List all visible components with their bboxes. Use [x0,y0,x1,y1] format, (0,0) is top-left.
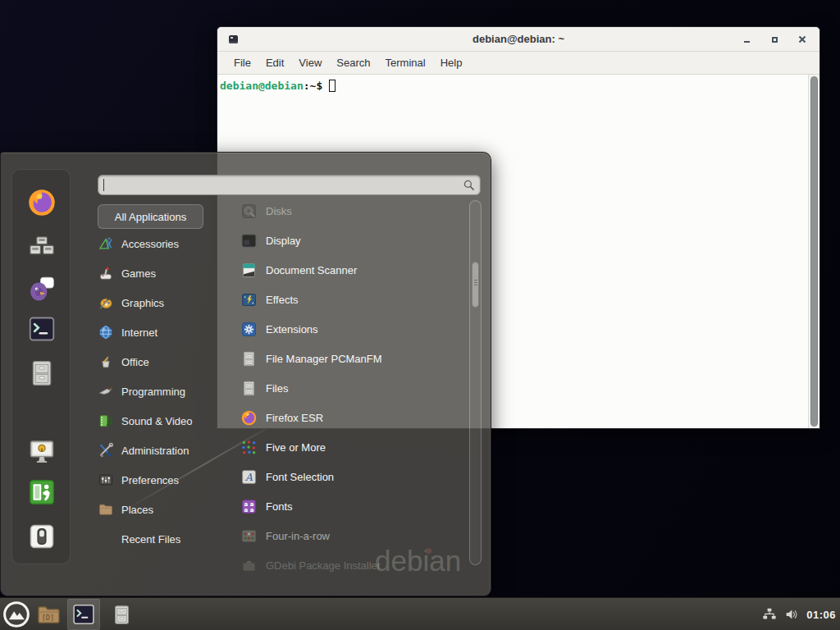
favorite-file-manager[interactable] [27,358,57,388]
category-recent-files[interactable]: Recent Files [98,528,229,550]
favorite-logout[interactable] [27,477,57,507]
application-menu: All Applications Accessories Games Graph… [0,152,491,596]
category-administration[interactable]: Administration [98,440,229,461]
terminal-scrollbar-thumb[interactable] [810,76,818,427]
category-preferences[interactable]: Preferences [98,469,229,491]
menu-search[interactable]: Search [329,57,377,69]
app-five-or-more[interactable]: Five or More [240,436,470,458]
network-icon[interactable] [762,607,777,622]
app-files[interactable]: Files [240,377,470,399]
app-effects[interactable]: Effects [240,289,470,310]
terminal-titlebar[interactable]: debian@debian: ~ [217,27,819,52]
menu-edit[interactable]: Edit [258,57,291,69]
app-extensions[interactable]: Extensions [240,318,470,340]
close-button[interactable] [797,34,808,45]
file-cabinet-icon [111,604,133,626]
category-office[interactable]: Office [98,351,229,372]
category-places[interactable]: Places [98,499,229,520]
terminal-icon [27,314,57,344]
graphics-icon [98,294,114,311]
app-label: Effects [266,294,299,306]
app-firefox-esr[interactable]: Firefox ESR [240,407,470,428]
app-gdebi-package-installer[interactable]: GDebi Package Installer [240,555,470,576]
all-applications-button[interactable]: All Applications [98,204,203,229]
app-label: File Manager PCManFM [266,353,382,365]
taskbar-terminal-button[interactable] [67,599,100,630]
category-label: Programming [121,386,185,398]
category-accessories[interactable]: Accessories [98,233,229,254]
category-games[interactable]: Games [98,262,229,284]
favorite-lock-screen[interactable] [27,436,57,466]
logout-icon [27,477,57,507]
favorites-panel [11,169,71,564]
volume-icon[interactable] [784,607,799,622]
search-box[interactable] [98,175,481,195]
app-list-scrollbar-thumb[interactable] [472,262,479,308]
category-label: Graphics [121,297,164,309]
favorite-terminal[interactable] [27,314,57,344]
terminal-window-icon [229,35,238,43]
terminal-icon [71,602,96,627]
menu-view[interactable]: View [291,57,329,69]
app-label: Document Scanner [266,264,357,276]
all-applications-label: All Applications [115,211,186,223]
favorite-pidgin[interactable] [27,273,57,303]
places-icon [98,501,114,518]
app-disks[interactable]: Disks [240,200,470,221]
terminal-cursor [329,80,336,92]
minimize-button[interactable] [741,34,752,45]
extensions-icon [240,321,258,338]
menu-help[interactable]: Help [433,57,470,69]
favorite-firefox[interactable] [27,188,57,217]
four-in-a-row-icon [240,527,258,545]
svg-text:A: A [244,471,253,482]
search-input[interactable] [104,176,463,194]
disks-icon [240,203,258,220]
maximize-button[interactable] [769,34,780,45]
app-font-selection[interactable]: A Font Selection [240,466,470,487]
font-selection-icon: A [240,468,258,486]
category-internet[interactable]: Internet [98,322,229,343]
app-four-in-a-row[interactable]: Four-in-a-row [240,525,470,546]
taskbar-file-manager-button[interactable]: [D] [31,599,64,630]
taskbar: [D] 01:06 [0,597,840,630]
search-icon [463,179,475,191]
clock[interactable]: 01:06 [806,609,836,621]
category-sound-video[interactable]: Sound & Video [98,410,229,431]
app-label: Four-in-a-row [266,530,330,542]
app-fonts[interactable]: a aa a Fonts [240,495,470,517]
category-label: Office [121,356,149,368]
menu-file[interactable]: File [226,57,258,69]
menu-terminal[interactable]: Terminal [378,57,433,69]
terminal-scrollbar[interactable] [808,75,819,428]
file-manager-icon [27,358,57,388]
accessories-icon [98,235,114,252]
app-label: Files [266,382,288,395]
files-icon [240,380,258,397]
app-list-scrollbar[interactable] [469,200,482,565]
app-label: Disks [266,205,292,217]
preferences-icon [98,472,114,488]
app-file-manager-pcmanfm[interactable]: File Manager PCManFM [240,348,470,369]
favorite-package-manager[interactable] [27,231,57,261]
menu-button[interactable] [2,600,31,629]
svg-text:[D]: [D] [41,613,54,621]
close-icon [798,35,806,43]
category-graphics[interactable]: Graphics [98,292,229,313]
favorite-shutdown[interactable] [27,522,57,551]
file-manager-icon [240,350,258,368]
prompt-user-host: debian@debian [220,80,304,92]
category-programming[interactable]: Programming [98,381,229,402]
app-display[interactable]: Display [240,230,470,251]
app-document-scanner[interactable]: Document Scanner [240,259,470,281]
desktop: debian debian@debian: ~ File Edit View S… [0,0,840,630]
sound-video-icon [98,413,114,429]
taskbar-files-button[interactable] [105,599,138,630]
internet-icon [98,324,114,340]
shutdown-icon [27,522,57,551]
category-label: Sound & Video [121,415,193,427]
menu-logo-icon [2,600,30,628]
gdebi-icon [240,557,258,574]
document-scanner-icon [240,262,258,279]
games-icon [98,265,114,281]
